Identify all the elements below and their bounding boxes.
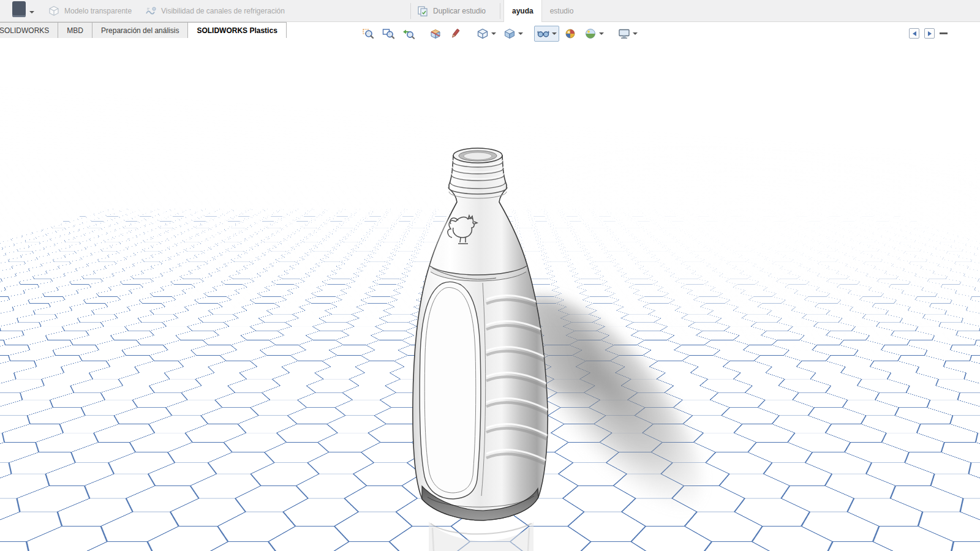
bottle-opening — [453, 148, 502, 163]
ribbon-item-label: Visibilidad de canales de refrigeración — [161, 7, 285, 15]
display-style-button[interactable] — [500, 26, 526, 42]
tab-solidworks[interactable]: SOLIDWORKS — [0, 22, 58, 38]
hide-show-items-icon — [537, 28, 550, 40]
view-settings-icon — [617, 28, 631, 40]
view-settings-button[interactable] — [615, 26, 640, 42]
ribbon-item-duplicar-estudio[interactable]: Duplicar estudio — [417, 0, 486, 22]
menu-tab-label: ayuda — [512, 7, 533, 15]
ribbon-item-modelo-transparente[interactable]: Modelo transparente — [48, 0, 132, 22]
toolbar-overflow-button[interactable] — [12, 1, 34, 17]
tab-label: SOLIDWORKS Plastics — [197, 26, 277, 35]
ribbon-item-visibilidad-canales[interactable]: Visibilidad de canales de refrigeración — [145, 0, 285, 22]
previous-view-button[interactable] — [399, 26, 418, 42]
dropdown-caret-icon — [633, 32, 638, 35]
bottle-model — [413, 148, 550, 520]
menu-tab-ayuda[interactable]: ayuda — [503, 0, 542, 22]
dropdown-caret-icon — [29, 11, 34, 13]
model-scene — [0, 38, 980, 551]
edit-appearance-button[interactable] — [561, 26, 579, 42]
zoom-to-fit-button[interactable] — [359, 26, 377, 42]
apply-scene-button[interactable] — [581, 26, 606, 42]
pane-arrow-right-button[interactable] — [924, 28, 935, 39]
tab-label: SOLIDWORKS — [0, 26, 49, 35]
zoom-to-area-button[interactable] — [379, 26, 398, 42]
cooling-channels-icon — [145, 5, 157, 17]
apply-scene-icon — [584, 28, 597, 40]
viewport-corner-controls — [909, 28, 948, 39]
dynamic-annotation-views-icon — [449, 28, 462, 40]
dropdown-caret-icon — [552, 32, 557, 35]
menu-tab-estudio[interactable]: estudio — [542, 0, 582, 22]
display-style-icon — [503, 28, 516, 40]
section-view-icon — [429, 28, 442, 40]
bottle-reflection — [429, 522, 533, 551]
ribbon-bar: Modelo transparente Visibilidad de canal… — [0, 0, 980, 22]
dynamic-annotation-views-button[interactable] — [447, 26, 465, 42]
heads-up-toolbar — [359, 26, 640, 42]
label-panel — [420, 282, 481, 499]
viewport-3d[interactable] — [0, 38, 980, 551]
zoom-to-area-icon — [382, 28, 395, 40]
dropdown-caret-icon — [599, 32, 604, 35]
duplicate-study-icon — [417, 5, 429, 17]
ribbon-separator — [500, 3, 500, 19]
dropdown-caret-icon — [491, 32, 496, 35]
minimize-dash-icon[interactable] — [940, 32, 948, 34]
toolbar-overflow-icon — [12, 1, 26, 17]
pane-arrow-right-icon — [928, 31, 932, 36]
pane-arrow-left-button[interactable] — [909, 28, 919, 39]
tab-preparacion-del-analisis[interactable]: Preparación del análisis — [92, 22, 188, 38]
transparent-model-icon — [48, 5, 60, 17]
view-orientation-button[interactable] — [473, 26, 499, 42]
edit-appearance-icon — [564, 28, 577, 40]
hide-show-items-button[interactable] — [534, 26, 559, 42]
ribbon-menu-tabs: ayuda estudio — [503, 0, 581, 22]
zoom-to-fit-icon — [361, 28, 375, 40]
tab-solidworks-plastics[interactable]: SOLIDWORKS Plastics — [187, 22, 286, 38]
menu-tab-label: estudio — [550, 7, 574, 15]
ribbon-separator — [410, 3, 411, 19]
ribbon-item-label: Duplicar estudio — [433, 7, 486, 15]
ribbon-item-label: Modelo transparente — [64, 7, 132, 15]
tab-label: Preparación del análisis — [101, 26, 179, 35]
tab-label: MBD — [67, 26, 83, 35]
tab-mbd[interactable]: MBD — [58, 22, 92, 38]
pane-arrow-left-icon — [913, 31, 916, 36]
previous-view-icon — [402, 28, 415, 40]
view-orientation-icon — [476, 28, 489, 40]
dropdown-caret-icon — [518, 32, 523, 35]
section-view-button[interactable] — [426, 26, 445, 42]
